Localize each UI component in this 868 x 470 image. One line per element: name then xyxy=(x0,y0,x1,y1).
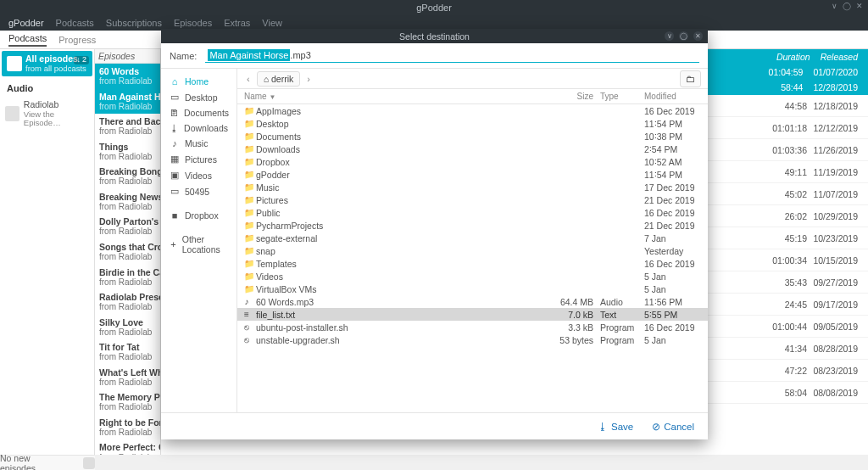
file-icon: ⎋ xyxy=(241,322,253,332)
menu-episodes[interactable]: Episodes xyxy=(174,18,212,28)
window-title: gPodder xyxy=(416,3,452,13)
dialog-max-icon[interactable]: ◯ xyxy=(679,31,688,41)
file-row[interactable]: 📁 Videos 5 Jan xyxy=(237,270,708,283)
filename-input[interactable]: Man Against Horse.mp3 xyxy=(205,48,699,63)
episode-row[interactable]: Man Against Hfrom Radiolab xyxy=(95,89,160,115)
file-row[interactable]: 📁 segate-external 7 Jan xyxy=(237,232,708,244)
file-icon: 📁 xyxy=(241,182,253,192)
50495-icon: ▭ xyxy=(170,186,180,197)
file-row[interactable]: 📁 Downloads 2∶54 PM xyxy=(237,143,708,155)
col-type[interactable]: Type xyxy=(597,92,641,101)
menu-subscriptions[interactable]: Subscriptions xyxy=(106,18,162,28)
place-videos[interactable]: ▣Videos xyxy=(161,167,236,183)
cancel-button[interactable]: ⊘Cancel xyxy=(652,421,694,433)
dialog-title: Select destination xyxy=(399,31,470,42)
episode-row[interactable]: Breaking Newsfrom Radiolab xyxy=(95,189,160,215)
file-row[interactable]: 📁 PycharmProjects 21 Dec 2019 xyxy=(237,219,708,232)
all-episodes-sub: from all podcasts xyxy=(25,64,86,73)
other-locations[interactable]: + Other Locations xyxy=(161,232,236,257)
cancel-icon: ⊘ xyxy=(652,421,660,433)
episode-row[interactable]: Silky Lovefrom Radiolab xyxy=(95,315,160,340)
episode-row[interactable]: Breaking Bongafrom Radiolab xyxy=(95,164,160,189)
file-row[interactable]: ≡ file_list.txt 7.0 kB Text 5∶55 PM xyxy=(237,308,708,321)
file-row[interactable]: ⎋ ubuntu-post-installer.sh 3.3 kB Progra… xyxy=(237,321,708,333)
file-icon: 📁 xyxy=(241,144,253,154)
save-dialog: Select destination ∨ ◯ ✕ Name: Man Again… xyxy=(161,29,708,439)
menu-view[interactable]: View xyxy=(262,18,282,28)
minimize-icon[interactable]: ∨ xyxy=(832,2,837,10)
maximize-icon[interactable]: ◯ xyxy=(843,2,851,10)
file-icon: 📁 xyxy=(241,208,253,217)
file-icon: 📁 xyxy=(241,284,253,294)
dialog-close-icon[interactable]: ✕ xyxy=(693,31,703,41)
statusbar: No new episodes xyxy=(0,455,95,470)
place-documents[interactable]: 🖹Documents xyxy=(161,105,236,120)
file-row[interactable]: 📁 snap Yesterday xyxy=(237,244,708,257)
file-list: 📁 AppImages 16 Dec 2019📁 Desktop 11∶54 P… xyxy=(237,104,708,346)
file-row[interactable]: 📁 AppImages 16 Dec 2019 xyxy=(237,104,708,117)
file-row[interactable]: ♪ 60 Words.mp3 64.4 MB Audio 11∶56 PM xyxy=(237,295,708,308)
place-music[interactable]: ♪Music xyxy=(161,136,236,151)
filename-selected: Man Against Horse xyxy=(208,49,290,61)
menu-gpodder[interactable]: gPodder xyxy=(8,18,44,28)
tab-podcasts[interactable]: Podcasts xyxy=(8,33,47,47)
episode-row[interactable]: There and Back Afrom Radiolab xyxy=(95,114,160,139)
menu-extras[interactable]: Extras xyxy=(224,18,250,28)
file-row[interactable]: 📁 Public 16 Dec 2019 xyxy=(237,206,708,219)
episode-row[interactable]: Radiolab Presenfrom Radiolab xyxy=(95,289,160,315)
places-sidebar: ⌂Home▭Desktop🖹Documents⭳Downloads♪Music▦… xyxy=(161,69,237,412)
videos-icon: ▣ xyxy=(170,170,180,181)
podcast-radiolab[interactable]: Radiolab View the Episode… xyxy=(0,98,94,129)
file-row[interactable]: 📁 Pictures 21 Dec 2019 xyxy=(237,193,708,206)
path-back-icon[interactable]: ‹ xyxy=(244,74,253,84)
file-row[interactable]: 📁 Music 17 Dec 2019 xyxy=(237,181,708,193)
col-name[interactable]: Name ▼ xyxy=(241,92,553,101)
file-icon: ⎋ xyxy=(241,335,253,344)
status-text: No new episodes xyxy=(0,453,66,471)
col-modified[interactable]: Modified xyxy=(641,92,704,101)
file-icon: 📁 xyxy=(241,233,253,243)
episode-row[interactable]: What's Left Whefrom Radiolab xyxy=(95,365,160,390)
episode-row[interactable]: More Perfect: Cfrom Radiolab xyxy=(95,439,160,455)
save-button[interactable]: ⭳Save xyxy=(598,421,633,433)
place-50495[interactable]: ▭50495 xyxy=(161,183,236,199)
file-row[interactable]: 📁 Desktop 11∶54 PM xyxy=(237,117,708,130)
episode-row[interactable]: 60 Wordsfrom Radiolab xyxy=(95,64,160,89)
file-row[interactable]: 📁 Dropbox 10∶52 AM xyxy=(237,155,708,168)
downloads-icon: ⭳ xyxy=(170,123,179,133)
plus-icon: + xyxy=(170,239,177,249)
episode-row[interactable]: Songs that Crosfrom Radiolab xyxy=(95,239,160,265)
path-home[interactable]: ⌂derrik xyxy=(257,71,301,87)
episode-list-header: Episodes xyxy=(95,49,160,64)
episode-row[interactable]: Thingsfrom Radiolab xyxy=(95,139,160,165)
episode-list: Episodes 60 Wordsfrom RadiolabMan Agains… xyxy=(95,49,161,455)
dialog-min-icon[interactable]: ∨ xyxy=(665,31,674,41)
path-fwd-icon[interactable]: › xyxy=(304,74,313,84)
episode-row[interactable]: Right to be Forgfrom Radiolab xyxy=(95,415,160,440)
file-row[interactable]: ⎋ unstable-upgrader.sh 53 bytes Program … xyxy=(237,333,708,346)
all-episodes-item[interactable]: All episodes from all podcasts ↓ 2 xyxy=(2,51,92,76)
menu-podcasts[interactable]: Podcasts xyxy=(56,18,94,28)
file-icon: 📁 xyxy=(241,157,253,166)
audio-header: Audio xyxy=(0,78,94,98)
tab-progress[interactable]: Progress xyxy=(58,35,96,45)
episode-row[interactable]: Dolly Parton's Afrom Radiolab xyxy=(95,214,160,239)
file-row[interactable]: 📁 Documents 10∶38 PM xyxy=(237,130,708,143)
place-desktop[interactable]: ▭Desktop xyxy=(161,89,236,105)
titlebar: gPodder ∨ ◯ ✕ xyxy=(0,0,868,15)
episode-row[interactable]: Tit for Tatfrom Radiolab xyxy=(95,339,160,365)
file-row[interactable]: 📁 Templates 16 Dec 2019 xyxy=(237,257,708,270)
episode-row[interactable]: The Memory Palfrom Radiolab xyxy=(95,389,160,415)
refresh-icon[interactable] xyxy=(83,457,95,469)
place-pictures[interactable]: ▦Pictures xyxy=(161,151,236,167)
col-size[interactable]: Size xyxy=(553,92,597,101)
place-dropbox[interactable]: ■Dropbox xyxy=(161,208,236,223)
podcast-icon xyxy=(5,106,19,121)
episode-row[interactable]: Birdie in the Cagfrom Radiolab xyxy=(95,265,160,290)
new-folder-button[interactable]: 🗀 xyxy=(680,70,701,87)
place-home[interactable]: ⌂Home xyxy=(161,74,236,89)
file-row[interactable]: 📁 VirtualBox VMs 5 Jan xyxy=(237,283,708,295)
place-downloads[interactable]: ⭳Downloads xyxy=(161,120,236,136)
file-row[interactable]: 📁 gPodder 11∶54 PM xyxy=(237,168,708,181)
close-icon[interactable]: ✕ xyxy=(856,2,863,10)
